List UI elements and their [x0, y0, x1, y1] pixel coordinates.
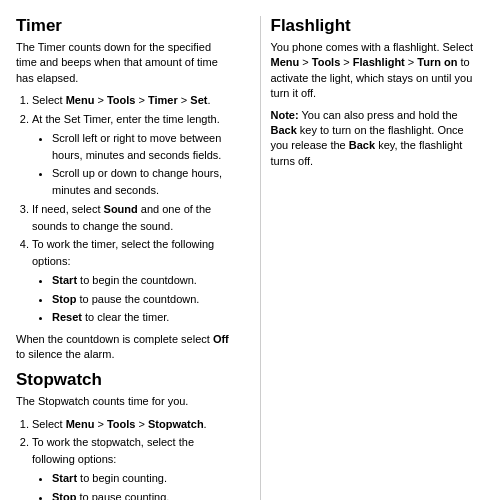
back-bold-2: Back — [271, 124, 297, 136]
timer-step-1: Select Menu > Tools > Timer > Set. — [32, 92, 230, 109]
stopwatch-step-1: Select Menu > Tools > Stopwatch. — [32, 416, 230, 433]
stopwatch-intro: The Stopwatch counts time for you. — [16, 394, 230, 409]
timer-intro: The Timer counts down for the specified … — [16, 40, 230, 86]
start-bold-2: Start — [52, 472, 77, 484]
sound-bold: Sound — [104, 203, 138, 215]
timer-heading: Timer — [16, 16, 230, 36]
off-bold: Off — [213, 333, 229, 345]
reset-bold-1: Reset — [52, 311, 82, 323]
right-column: Flashlight You phone comes with a flashl… — [260, 16, 485, 500]
menu-bold-1: Menu — [66, 94, 95, 106]
tools-bold-3: Tools — [312, 56, 341, 68]
tools-bold-1: Tools — [107, 94, 136, 106]
flashlight-note: Note: You can also press and hold the Ba… — [271, 108, 485, 170]
timer-bold-1: Timer — [148, 94, 178, 106]
stop-bold-2: Stop — [52, 491, 76, 500]
page-container: Timer The Timer counts down for the spec… — [0, 0, 500, 500]
flashlight-intro: You phone comes with a flashlight. Selec… — [271, 40, 485, 102]
back-bold-3: Back — [349, 139, 375, 151]
timer-step-2: At the Set Timer, enter the time length.… — [32, 111, 230, 199]
tools-bold-2: Tools — [107, 418, 136, 430]
timer-step-4: To work the timer, select the following … — [32, 236, 230, 326]
stopwatch-heading: Stopwatch — [16, 370, 230, 390]
stopwatch-step-2-bullets: Start to begin counting. Stop to pause c… — [40, 470, 230, 500]
timer-steps-list: Select Menu > Tools > Timer > Set. At th… — [16, 92, 230, 326]
turnon-bold: Turn on — [417, 56, 457, 68]
start-bold-1: Start — [52, 274, 77, 286]
timer-bullet-4-1: Start to begin the countdown. — [52, 272, 230, 289]
timer-bullet-2-1: Scroll left or right to move between hou… — [52, 130, 230, 163]
flashlight-heading: Flashlight — [271, 16, 485, 36]
stopwatch-steps-list: Select Menu > Tools > Stopwatch. To work… — [16, 416, 230, 500]
timer-step-2-bullets: Scroll left or right to move between hou… — [40, 130, 230, 198]
content-area: Timer The Timer counts down for the spec… — [0, 0, 500, 500]
timer-step-4-bullets: Start to begin the countdown. Stop to pa… — [40, 272, 230, 326]
stopwatch-bullet-2: Stop to pause counting. — [52, 489, 230, 500]
stop-bold-1: Stop — [52, 293, 76, 305]
timer-bullet-4-3: Reset to clear the timer. — [52, 309, 230, 326]
timer-step-3: If need, select Sound and one of the sou… — [32, 201, 230, 234]
stopwatch-step-2: To work the stopwatch, select the follow… — [32, 434, 230, 500]
stopwatch-bullet-1: Start to begin counting. — [52, 470, 230, 487]
menu-bold-2: Menu — [66, 418, 95, 430]
flashlight-bold: Flashlight — [353, 56, 405, 68]
timer-bullet-4-2: Stop to pause the countdown. — [52, 291, 230, 308]
set-bold-1: Set — [190, 94, 207, 106]
note-label: Note: — [271, 109, 299, 121]
menu-bold-3: Menu — [271, 56, 300, 68]
stopwatch-bold: Stopwatch — [148, 418, 204, 430]
timer-bullet-2-2: Scroll up or down to change hours, minut… — [52, 165, 230, 198]
left-column: Timer The Timer counts down for the spec… — [16, 16, 240, 500]
countdown-note: When the countdown is complete select Of… — [16, 332, 230, 363]
